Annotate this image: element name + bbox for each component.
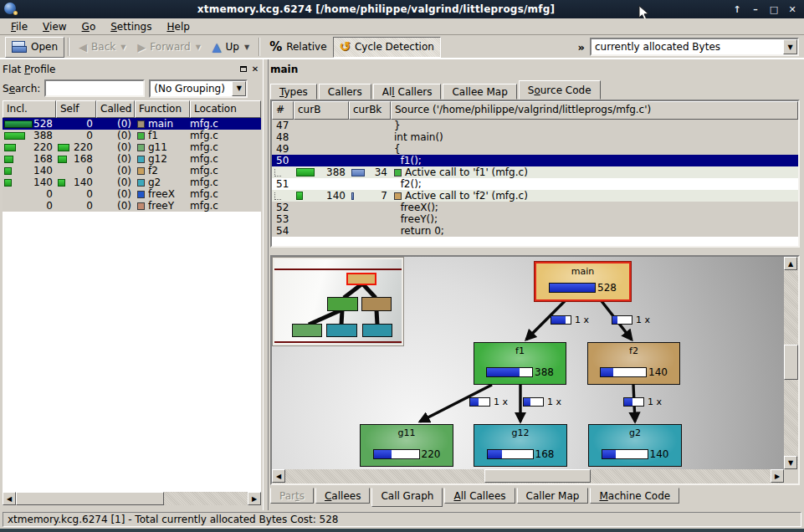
source-line-48[interactable]: 48int main() [272, 131, 798, 143]
source-call-row[interactable]: 38834Active call to 'f1' (mfg.c) [272, 166, 798, 178]
table-row-g11[interactable]: 220220(0)g11mfg.c [3, 141, 261, 153]
source-call-row[interactable]: 1407Active call to 'f2' (mfg.c) [272, 190, 798, 202]
source-line-53[interactable]: 53 freeY(); [272, 213, 798, 225]
minimize-button[interactable]: – [749, 3, 762, 16]
source-line-47[interactable]: 47} [272, 120, 798, 131]
open-button[interactable]: Open [5, 37, 64, 58]
grouping-dropdown-button[interactable]: ▼ [232, 81, 246, 96]
scroll-thumb[interactable] [16, 492, 164, 505]
scroll-left-button[interactable]: ◀ [272, 469, 285, 483]
shade-button[interactable]: ↑ [730, 3, 744, 16]
tab-all-callees[interactable]: All Callees [444, 488, 515, 504]
source-column-header-2[interactable]: curBk [349, 101, 391, 120]
graph-node-g2[interactable]: g2140 [588, 424, 682, 467]
graph-node-g12[interactable]: g12168 [474, 424, 567, 467]
edge-label-f2-g2[interactable]: 1 x [623, 396, 662, 407]
edge-cost-bar [612, 315, 632, 325]
tab-callee-map[interactable]: Callee Map [443, 84, 516, 100]
tab-machine-code[interactable]: Machine Code [590, 488, 679, 504]
table-row-g2[interactable]: 140140(0)g2mfg.c [3, 176, 261, 188]
column-header-location[interactable]: Location [190, 100, 261, 118]
scroll-thumb[interactable] [484, 469, 591, 483]
column-header-called[interactable]: Called [96, 100, 135, 118]
source-column-header-0[interactable]: # [272, 101, 294, 120]
tab-caller-map[interactable]: Caller Map [517, 488, 589, 504]
table-row-g12[interactable]: 168168(0)g12mfg.c [3, 153, 261, 165]
grouping-combobox[interactable]: (No Grouping) ▼ [149, 79, 248, 98]
menu-item-view[interactable]: View [35, 19, 74, 34]
source-line-50[interactable]: 50 f1(); [272, 155, 798, 166]
search-row: Search: (No Grouping) ▼ [3, 78, 261, 99]
scroll-right-button[interactable]: ▶ [771, 469, 784, 483]
node-label: g2 [589, 425, 681, 438]
graph-hscrollbar[interactable]: ◀ ▶ [272, 469, 784, 483]
menu-item-settings[interactable]: Settings [103, 19, 159, 34]
source-column-header-1[interactable]: curB [294, 101, 349, 120]
tab-source-code[interactable]: Source Code [519, 80, 601, 100]
graph-node-f1[interactable]: f1388 [474, 342, 566, 385]
scroll-left-button[interactable]: ◀ [3, 492, 16, 505]
column-header-self[interactable]: Self [56, 100, 96, 118]
table-row-f1[interactable]: 3880(0)f1mfg.c [3, 130, 261, 141]
scroll-track[interactable] [784, 270, 798, 456]
forward-button[interactable]: ▶ Forward ▼ [131, 37, 206, 58]
call-graph-canvas[interactable]: main528f1388f2140g11220g12168g21401 x1 x… [272, 257, 784, 469]
edge-cost-bar [551, 315, 571, 325]
graph-node-main[interactable]: main528 [535, 262, 631, 301]
tree-branch-icon [274, 169, 281, 176]
close-button[interactable]: ✕ [786, 3, 799, 16]
scroll-track[interactable] [16, 492, 248, 505]
menu-item-help[interactable]: Help [159, 19, 197, 34]
edge-label-f1-g11[interactable]: 1 x [469, 396, 508, 407]
search-input[interactable] [44, 79, 145, 97]
table-row-freeY[interactable]: 00(0)freeYmfg.c [3, 200, 261, 212]
table-row-freeX[interactable]: 00(0)freeXmfg.c [3, 188, 261, 200]
scroll-thumb[interactable] [784, 345, 798, 380]
scroll-down-button[interactable]: ▼ [784, 456, 797, 469]
function-cell: freeY [135, 200, 190, 212]
vertical-splitter[interactable] [263, 59, 269, 510]
scroll-track[interactable] [285, 469, 771, 483]
event-type-combobox[interactable]: currently allocated Bytes ▼ [590, 38, 799, 56]
tab-call-graph[interactable]: Call Graph [371, 488, 443, 507]
tab-callers[interactable]: Callers [319, 84, 371, 100]
scroll-up-button[interactable]: ▲ [784, 257, 797, 270]
scroll-right-button[interactable]: ▶ [248, 492, 261, 505]
dock-float-button[interactable] [238, 64, 249, 74]
tab-types[interactable]: Types [270, 84, 317, 100]
table-row-main[interactable]: 5280(0)mainmfg.c [3, 118, 261, 130]
toolbar-overflow-chevron[interactable]: » [573, 41, 590, 54]
dock-close-button[interactable]: ✕ [249, 64, 261, 74]
relative-button[interactable]: % Relative [264, 37, 332, 58]
source-line-51[interactable]: 51 f2(); [272, 178, 798, 190]
edge-label-f1-g12[interactable]: 1 x [523, 396, 561, 407]
location-cell: mfg.c [190, 118, 261, 130]
menu-item-file[interactable]: File [3, 19, 35, 34]
menu-item-go[interactable]: Go [74, 19, 104, 34]
column-header-function[interactable]: Function [135, 100, 190, 118]
tab-all-callers[interactable]: All Callers [373, 84, 442, 100]
call-graph-overview[interactable] [273, 258, 403, 345]
source-line-52[interactable]: 52 freeX(); [272, 202, 798, 213]
maximize-button[interactable]: □ [767, 3, 781, 16]
source-column-header-3[interactable]: Source ('/home/philippe/valgrind/littlep… [391, 101, 798, 120]
tab-parts[interactable]: Parts [270, 488, 314, 504]
tab-callees[interactable]: Callees [315, 488, 370, 504]
graph-vscrollbar[interactable]: ▲ ▼ [784, 257, 798, 469]
title-bar[interactable]: xtmemory.kcg.6274 [/home/philippe/valgri… [0, 0, 804, 18]
edge-cost-bar [623, 397, 644, 407]
up-button[interactable]: ▲ Up ▼ [207, 37, 255, 58]
graph-node-g11[interactable]: g11220 [360, 424, 453, 467]
app-icon[interactable] [3, 2, 18, 17]
edge-label-main-f2[interactable]: 1 x [612, 315, 650, 325]
edge-label-main-f1[interactable]: 1 x [551, 315, 589, 325]
source-line-54[interactable]: 54 return 0; [272, 225, 798, 237]
graph-node-f2[interactable]: f2140 [587, 342, 680, 385]
cycle-detection-button[interactable]: ↺ Cycle Detection [333, 37, 441, 58]
event-type-dropdown-button[interactable]: ▼ [783, 39, 797, 54]
source-line-49[interactable]: 49{ [272, 143, 798, 155]
back-button[interactable]: ◀ Back ▼ [73, 37, 131, 58]
column-header-incl[interactable]: Incl. [3, 100, 56, 118]
flat-profile-hscrollbar[interactable]: ◀ ▶ [3, 492, 261, 505]
table-row-f2[interactable]: 1400(0)f2mfg.c [3, 165, 261, 176]
